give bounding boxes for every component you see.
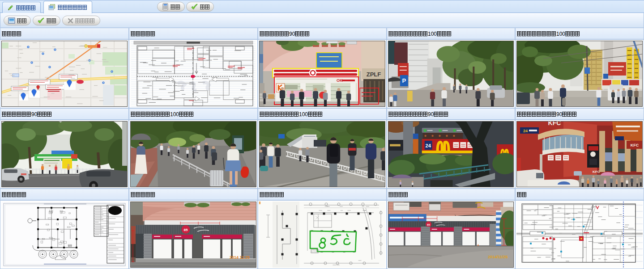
svg-text:2014/11/25: 2014/11/25 bbox=[488, 255, 508, 259]
svg-text:24: 24 bbox=[523, 129, 528, 133]
svg-text:85: 85 bbox=[427, 223, 430, 226]
svg-text:KFC: KFC bbox=[593, 170, 600, 174]
svg-text:KFC: KFC bbox=[631, 143, 639, 147]
svg-text:P: P bbox=[402, 77, 406, 84]
svg-text:OK: OK bbox=[337, 78, 343, 83]
svg-text:2014 11:25: 2014 11:25 bbox=[230, 255, 250, 260]
svg-text:24: 24 bbox=[426, 143, 431, 148]
svg-text:KFC: KFC bbox=[548, 121, 561, 126]
svg-text:ZPLF: ZPLF bbox=[367, 71, 381, 78]
svg-text:85: 85 bbox=[184, 228, 188, 232]
